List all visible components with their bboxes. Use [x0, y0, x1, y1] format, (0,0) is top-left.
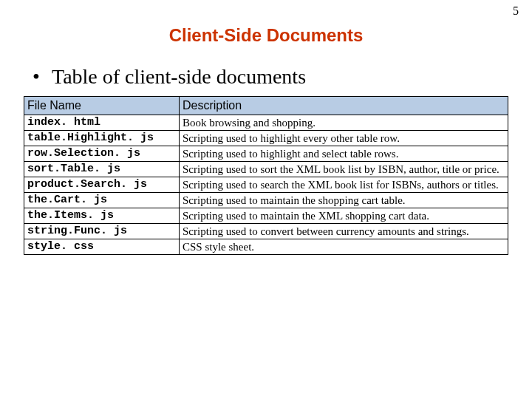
cell-file: row.Selection. js: [24, 146, 180, 162]
page-number: 5: [513, 4, 519, 18]
table-row: the.Items. js Scripting used to maintain…: [24, 208, 508, 224]
slide-title: Client-Side Documents: [0, 0, 532, 46]
table-row: string.Func. js Scripting used to conver…: [24, 224, 508, 239]
cell-desc: Scripting used to maintain the XML shopp…: [180, 208, 508, 224]
cell-desc: Scripting used to sort the XML book list…: [180, 162, 508, 177]
bullet-icon: •: [33, 65, 52, 89]
col-header-desc: Description: [180, 97, 508, 115]
col-header-file: File Name: [24, 97, 180, 115]
cell-desc: Scripting used to maintain the shopping …: [180, 193, 508, 208]
table-row: row.Selection. js Scripting used to high…: [24, 146, 508, 162]
documents-table: File Name Description index. html Book b…: [24, 96, 508, 255]
cell-desc: Scripting used to convert between curren…: [180, 224, 508, 239]
cell-desc: Scripting used to search the XML book li…: [180, 177, 508, 193]
cell-file: index. html: [24, 115, 180, 131]
bullet-item: • Table of client-side documents: [33, 65, 532, 89]
slide: 5 Client-Side Documents • Table of clien…: [0, 0, 532, 399]
table-row: index. html Book browsing and shopping.: [24, 115, 508, 131]
bullet-text: Table of client-side documents: [52, 65, 306, 89]
table-row: style. css CSS style sheet.: [24, 239, 508, 255]
table-row: sort.Table. js Scripting used to sort th…: [24, 162, 508, 177]
cell-desc: Book browsing and shopping.: [180, 115, 508, 131]
cell-desc: CSS style sheet.: [180, 239, 508, 255]
cell-file: string.Func. js: [24, 224, 180, 239]
bullet-list: • Table of client-side documents: [0, 46, 532, 89]
table-row: product.Search. js Scripting used to sea…: [24, 177, 508, 193]
table-row: the.Cart. js Scripting used to maintain …: [24, 193, 508, 208]
cell-desc: Scripting used to highlight every other …: [180, 131, 508, 146]
table-container: File Name Description index. html Book b…: [24, 96, 508, 255]
table-header-row: File Name Description: [24, 97, 508, 115]
cell-desc: Scripting used to highlight and select t…: [180, 146, 508, 162]
cell-file: product.Search. js: [24, 177, 180, 193]
cell-file: the.Cart. js: [24, 193, 180, 208]
cell-file: table.Highlight. js: [24, 131, 180, 146]
cell-file: style. css: [24, 239, 180, 255]
cell-file: sort.Table. js: [24, 162, 180, 177]
table-row: table.Highlight. js Scripting used to hi…: [24, 131, 508, 146]
cell-file: the.Items. js: [24, 208, 180, 224]
